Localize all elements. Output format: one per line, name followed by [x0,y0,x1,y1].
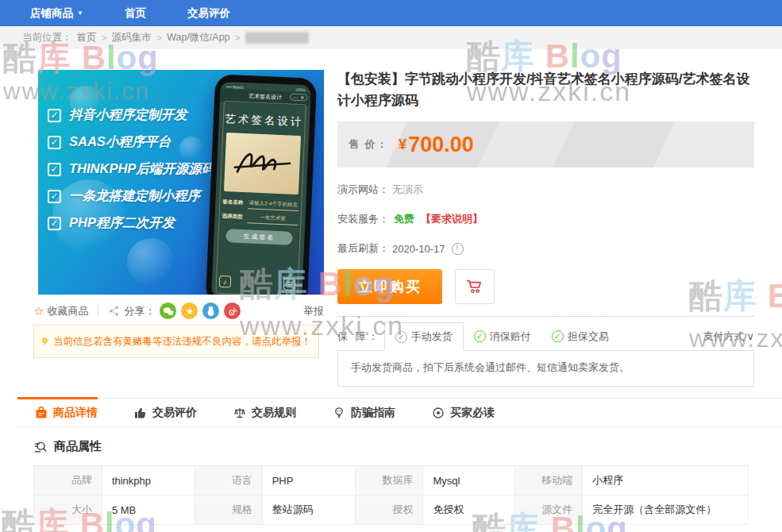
star-icon: ☆ [33,304,44,318]
info-icon[interactable]: ! [452,243,464,255]
demo-label: 演示网站： [337,183,389,197]
price-amount: 700.00 [408,133,474,157]
buy-now-button[interactable]: 立即购买 [337,269,442,304]
refresh-label: 最后刷新： [337,241,389,256]
favorite-button[interactable]: 收藏商品 [47,304,88,318]
top-nav: 店铺商品 ▼ 首页 交易评价 [0,0,782,26]
install-value: 免费 [394,212,414,226]
share-icon [108,305,120,317]
nav-item-shop-goods[interactable]: 店铺商品 ▼ [30,6,83,21]
breadcrumb-separator: > [235,33,241,44]
record-entry: ☰ 记录 [283,278,295,295]
attr-label-source-files: 源文件 [515,495,583,525]
guarantee-tab-label: 担保交易 [568,330,609,344]
bulb-icon [41,335,48,348]
signature-form: 签名名称 请输入2-4个字的姓名 选择类型 一笔艺术签 [222,199,299,226]
attributes-heading-text: 商品属性 [54,439,102,454]
field-value: 请输入2-4个字的姓名 [248,199,299,211]
attr-label-spec: 规格 [195,495,262,525]
guarantee-note: 手动发货商品，拍下后系统会通过邮件、短信通知卖家发货。 [337,350,754,387]
breadcrumb-home[interactable]: 首页 [77,31,97,44]
feature-item: ✓ THINKPHP后端开源源码 [48,159,214,179]
field-label: 选择类型 [222,213,242,221]
breadcrumb-censored-block [245,32,309,44]
generate-signature-button: 生成签名 [225,229,293,245]
warning-report-link[interactable]: 当前信息若含有黄赌毒等违法违规不良内容，请点此举报！ [53,335,311,349]
phone-mockup: •••• ByteD 100% 艺术签名设计 ⋯ ✕ 艺术签名设计 [206,74,318,295]
favorite-share-row: ☆ 收藏商品 分享： ★ 举报 [33,302,324,320]
report-link[interactable]: 举报 [303,304,324,318]
attr-label-database: 数据库 [355,466,423,495]
field-value: 一笔艺术签 [247,214,298,226]
checkbox-icon: ✓ [48,190,61,203]
checkbox-icon: ✓ [48,163,61,176]
guarantee-tab-consumer-protection[interactable]: ✓ 消保赔付 [464,322,541,350]
music-note-icon: ♪ [219,276,232,288]
guarantee-label: 保 障： [337,322,381,350]
feature-text: 抖音小程序定制开发 [69,106,187,124]
tab-product-detail[interactable]: 商品详情 [17,397,98,426]
currency-symbol: ¥ [399,136,407,153]
bag-icon [35,407,48,419]
feature-text: SAAS小程序平台 [69,133,171,151]
tab-anti-fraud-guide[interactable]: 防骗指南 [315,397,395,426]
attr-label-mobile: 移动端 [515,466,583,495]
field-label: 签名名称 [222,199,243,206]
nav-item-trade-reviews[interactable]: 交易评价 [187,6,230,21]
watermark-char: 酷 [2,506,36,532]
qzone-star-icon: ★ [186,306,195,317]
attr-value-source-files: 完全开源（含全部源文件） [583,495,749,525]
breadcrumb-separator: > [156,33,162,44]
signature-app-heading: 艺术签名设计 [219,112,310,130]
add-to-cart-button[interactable] [455,269,495,304]
share-qq-button[interactable] [202,303,219,319]
tab-trade-rules[interactable]: 交易规则 [216,397,296,426]
share-label: 分享： [124,304,155,318]
guarantee-tab-manual-delivery[interactable]: ✓ 手动发货 [384,322,464,351]
tab-trade-reviews[interactable]: 交易评价 [117,397,197,426]
bulb-outline-icon [333,407,345,419]
tab-label: 买家必读 [450,406,495,420]
breadcrumb-market[interactable]: 源码集市 [112,31,152,44]
tab-buyer-must-read[interactable]: 买家必读 [414,397,495,426]
checkbox-icon: ✓ [48,217,61,230]
share-wechat-button[interactable] [160,303,176,319]
miniapp-title: 艺术签名设计 [248,93,282,100]
table-row: 大小 5 MB 规格 整站源码 授权 免授权 源文件 完全开源（含全部源文件） [34,495,749,525]
demo-row: 演示网站： 无演示 [337,183,754,197]
detail-tab-bar: 商品详情 交易评价 交易规则 防骗指南 买家必读 [17,398,782,427]
payment-methods-toggle[interactable]: 支付方式 ∨ [703,322,754,350]
feature-item: ✓ PHP程序二次开发 [48,213,214,233]
divider [98,305,98,317]
attr-value-brand: thinkphp [102,466,195,495]
nav-item-label: 交易评价 [187,6,230,21]
miniapp-menu-pill: ⋯ ✕ [290,93,307,101]
payment-methods-label: 支付方式 [703,330,744,344]
attr-value-language: PHP [262,466,355,495]
tab-label: 交易规则 [252,406,296,420]
check-circle-icon: ✓ [474,330,486,342]
product-image[interactable]: ✓ 抖音小程序定制开发 ✓ SAAS小程序平台 ✓ THINKPHP后端开源源码… [38,70,324,295]
tab-label: 交易评价 [152,406,197,420]
share-weibo-button[interactable] [224,303,241,319]
cart-icon [465,278,484,295]
watermark-char: B [768,277,782,314]
nav-item-label: 首页 [125,6,146,21]
guarantee-tab-label: 消保赔付 [490,330,531,344]
check-circle-icon: ✓ [552,330,564,342]
install-requirements-link[interactable]: 【要求说明】 [421,212,483,226]
guarantee-tab-escrow[interactable]: ✓ 担保交易 [541,322,619,350]
breadcrumb-category[interactable]: Wap/微信/App [167,31,229,44]
phone-bottom-icons: ♪ ☰ 记录 [218,276,295,295]
phone-screen: •••• ByteD 100% 艺术签名设计 ⋯ ✕ 艺术签名设计 [211,82,311,295]
more-icon: ⋯ [293,94,298,100]
guarantee-note-text: 手动发货商品，拍下后系统会通过邮件、短信通知卖家发货。 [351,361,630,373]
feature-text: PHP程序二次开发 [69,214,175,232]
share-qzone-button[interactable]: ★ [181,303,198,319]
breadcrumb-label: 当前位置： [22,31,72,44]
feature-text: THINKPHP后端开源源码 [69,160,214,178]
bubble-decoration [127,238,175,286]
record-label: 记录 [285,291,292,295]
nav-item-home[interactable]: 首页 [125,6,146,21]
attributes-table: 品牌 thinkphp 语言 PHP 数据库 Mysql 移动端 小程序 大小 … [33,465,749,525]
